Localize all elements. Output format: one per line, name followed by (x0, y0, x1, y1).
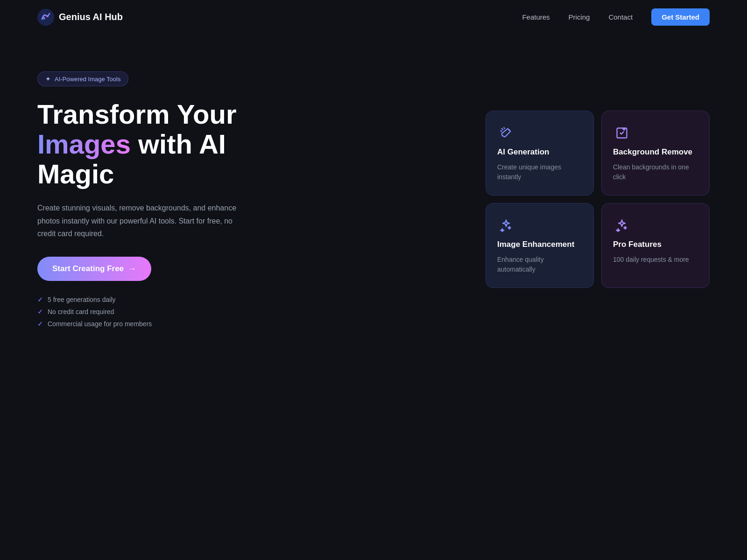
card-background-remove-title: Background Remove (613, 147, 698, 157)
sparkles-icon (497, 217, 515, 234)
svg-point-2 (47, 15, 49, 17)
hero-cta-button[interactable]: Start Creating Free → (37, 257, 151, 281)
nav-features[interactable]: Features (522, 13, 550, 21)
card-ai-generation-title: AI Generation (497, 147, 582, 157)
feature-text-1: 5 free generations daily (48, 296, 116, 303)
hero-cta-label: Start Creating Free (52, 264, 124, 273)
badge-text: AI-Powered Image Tools (55, 76, 120, 83)
card-pro-features-desc: 100 daily requests & more (613, 255, 698, 265)
hero-section: ✦ AI-Powered Image Tools Transform Your … (0, 34, 747, 356)
check-icon-3: ✓ (37, 320, 43, 328)
feature-item-3: ✓ Commercial usage for pro members (37, 320, 299, 328)
hero-title: Transform Your Images with AI Magic (37, 99, 299, 189)
feature-item-2: ✓ No credit card required (37, 308, 299, 315)
nav-pricing[interactable]: Pricing (569, 13, 590, 21)
card-image-enhancement-title: Image Enhancement (497, 240, 582, 249)
hero-left: ✦ AI-Powered Image Tools Transform Your … (37, 71, 299, 328)
sparkles2-icon (613, 217, 631, 234)
card-pro-features-title: Pro Features (613, 240, 698, 249)
logo[interactable]: Genius AI Hub (37, 9, 123, 26)
check-icon-1: ✓ (37, 296, 43, 303)
nav-links: Features Pricing Contact Get Started (522, 8, 710, 26)
nav-get-started-button[interactable]: Get Started (651, 8, 710, 26)
wand-icon (497, 124, 515, 142)
hero-cards-grid: AI Generation Create unique images insta… (486, 111, 710, 288)
svg-point-0 (37, 9, 54, 26)
navbar: Genius AI Hub Features Pricing Contact G… (0, 0, 747, 34)
card-pro-features[interactable]: Pro Features 100 daily requests & more (601, 203, 710, 288)
feature-text-2: No credit card required (48, 308, 114, 315)
hero-features-list: ✓ 5 free generations daily ✓ No credit c… (37, 296, 299, 328)
card-ai-generation-desc: Create unique images instantly (497, 162, 582, 182)
nav-contact[interactable]: Contact (608, 13, 633, 21)
feature-text-3: Commercial usage for pro members (48, 320, 152, 328)
hero-badge: ✦ AI-Powered Image Tools (37, 71, 128, 86)
logo-text: Genius AI Hub (59, 12, 123, 22)
hero-title-highlight: Images (37, 129, 131, 159)
hero-title-line1: Transform Your (37, 99, 237, 129)
card-background-remove-desc: Clean backgrounds in one click (613, 162, 698, 182)
logo-icon (37, 9, 54, 26)
card-image-enhancement[interactable]: Image Enhancement Enhance quality automa… (486, 203, 594, 288)
svg-point-1 (42, 17, 45, 20)
badge-icon: ✦ (45, 75, 51, 83)
image-plus-icon (613, 124, 631, 142)
check-icon-2: ✓ (37, 308, 43, 315)
card-ai-generation[interactable]: AI Generation Create unique images insta… (486, 111, 594, 196)
card-background-remove[interactable]: Background Remove Clean backgrounds in o… (601, 111, 710, 196)
feature-item-1: ✓ 5 free generations daily (37, 296, 299, 303)
hero-description: Create stunning visuals, remove backgrou… (37, 202, 252, 240)
card-image-enhancement-desc: Enhance quality automatically (497, 255, 582, 274)
arrow-icon: → (128, 264, 136, 273)
